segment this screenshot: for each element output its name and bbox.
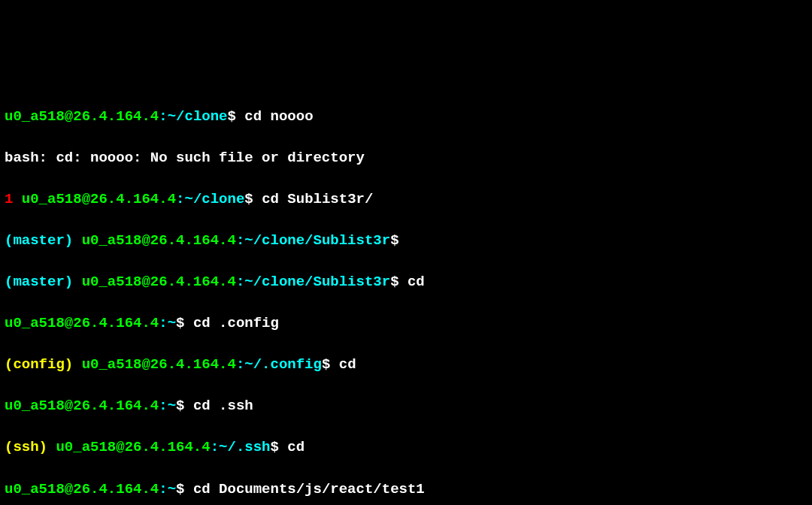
terminal-line: u0_a518@26.4.164.4:~$ cd Documents/js/re…	[5, 479, 807, 500]
command: cd .ssh	[193, 398, 253, 414]
user-host: u0_a518@26.4.164.4	[5, 481, 159, 497]
terminal-line: u0_a518@26.4.164.4:~$ cd .config	[5, 313, 807, 334]
exit-code: 1	[5, 191, 13, 207]
user-host: u0_a518@26.4.164.4	[82, 232, 236, 249]
command: cd noooo	[244, 108, 313, 125]
user-host: u0_a518@26.4.164.4	[82, 356, 236, 373]
command: cd	[408, 274, 425, 290]
cwd: ~	[168, 315, 176, 331]
command: cd Documents/js/react/test1	[193, 481, 425, 497]
context: (config)	[5, 356, 73, 373]
command: cd	[339, 356, 356, 373]
cwd: ~/clone	[184, 191, 244, 207]
terminal-window[interactable]: u0_a518@26.4.164.4:~/clone$ cd noooo bas…	[5, 86, 807, 505]
terminal-output: bash: cd: noooo: No such file or directo…	[5, 148, 807, 169]
user-host: u0_a518@26.4.164.4	[22, 191, 176, 207]
branch: (master)	[5, 274, 73, 290]
terminal-line: 1 u0_a518@26.4.164.4:~/clone$ cd Sublist…	[5, 189, 807, 210]
terminal-line: u0_a518@26.4.164.4:~$ cd .ssh	[5, 396, 807, 417]
cwd: ~/.ssh	[219, 439, 270, 455]
command: cd Sublist3r/	[262, 191, 373, 207]
terminal-line: u0_a518@26.4.164.4:~/clone$ cd noooo	[5, 107, 807, 128]
cwd: ~	[168, 398, 176, 414]
branch: (master)	[5, 232, 73, 249]
command: cd .config	[193, 315, 279, 331]
cwd: ~	[168, 481, 176, 497]
cwd: ~/clone	[168, 108, 228, 125]
user-host: u0_a518@26.4.164.4	[5, 315, 159, 331]
user-host: u0_a518@26.4.164.4	[82, 274, 236, 290]
terminal-line: (ssh) u0_a518@26.4.164.4:~/.ssh$ cd	[5, 437, 807, 458]
terminal-line: (config) u0_a518@26.4.164.4:~/.config$ c…	[5, 355, 807, 376]
command: cd	[287, 439, 304, 455]
context: (ssh)	[5, 439, 47, 455]
terminal-line: (master) u0_a518@26.4.164.4:~/clone/Subl…	[5, 231, 807, 252]
user-host: u0_a518@26.4.164.4	[56, 439, 210, 455]
terminal-line: (master) u0_a518@26.4.164.4:~/clone/Subl…	[5, 272, 807, 293]
cwd: ~/.config	[244, 356, 322, 373]
cwd: ~/clone/Sublist3r	[244, 274, 390, 290]
user-host: u0_a518@26.4.164.4	[5, 398, 159, 414]
user-host: u0_a518@26.4.164.4	[5, 108, 159, 125]
cwd: ~/clone/Sublist3r	[244, 232, 390, 249]
